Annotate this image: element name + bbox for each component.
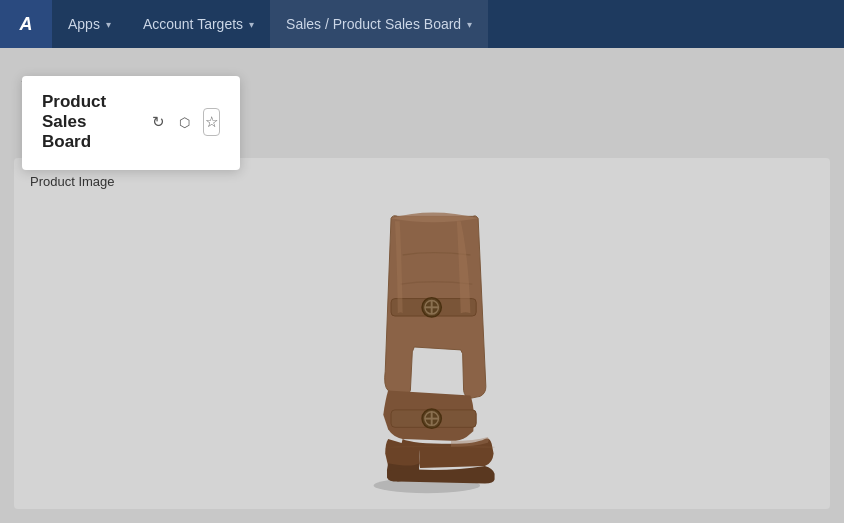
floating-panel: Product Sales Board ↻ ⬡ ☆ bbox=[22, 76, 240, 170]
nav-account-targets-label: Account Targets bbox=[143, 16, 243, 32]
nav-logo[interactable]: A bbox=[0, 0, 52, 48]
nav-item-sales-board[interactable]: Sales / Product Sales Board ▾ bbox=[270, 0, 488, 48]
nav-apps-chevron: ▾ bbox=[106, 19, 111, 30]
product-section: Product Image bbox=[14, 158, 830, 509]
share-button[interactable]: ⬡ bbox=[177, 108, 193, 136]
refresh-button[interactable]: ↻ bbox=[150, 108, 166, 136]
nav-sales-label: Sales / Product Sales Board bbox=[286, 16, 461, 32]
logo-text: A bbox=[20, 14, 33, 35]
product-boot-image bbox=[332, 197, 512, 497]
nav-account-targets-chevron: ▾ bbox=[249, 19, 254, 30]
share-icon: ⬡ bbox=[179, 115, 190, 130]
refresh-icon: ↻ bbox=[152, 113, 165, 131]
product-section-label: Product Image bbox=[30, 174, 814, 189]
content-area: ‹ Product Sales Board ↻ ⬡ ☆ Product Imag… bbox=[0, 48, 844, 523]
nav-item-apps[interactable]: Apps ▾ bbox=[52, 0, 127, 48]
navbar: A Apps ▾ Account Targets ▾ Sales / Produ… bbox=[0, 0, 844, 48]
product-image-area bbox=[30, 197, 814, 497]
star-icon: ☆ bbox=[205, 113, 218, 131]
nav-apps-label: Apps bbox=[68, 16, 100, 32]
nav-item-account-targets[interactable]: Account Targets ▾ bbox=[127, 0, 270, 48]
panel-title: Product Sales Board bbox=[42, 92, 140, 152]
favorite-button[interactable]: ☆ bbox=[203, 108, 220, 136]
nav-sales-chevron: ▾ bbox=[467, 19, 472, 30]
